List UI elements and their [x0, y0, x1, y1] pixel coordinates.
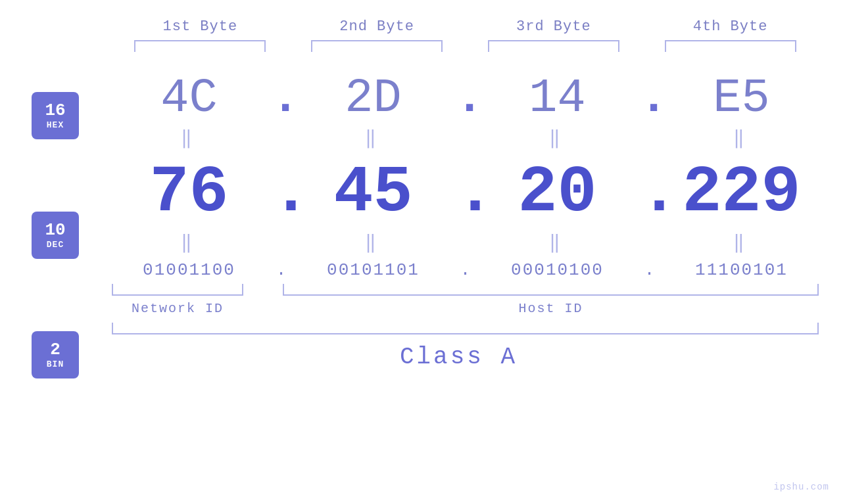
- bottom-brackets-row: [92, 284, 825, 296]
- byte-header-4: 4th Byte: [658, 18, 803, 35]
- eq-b-3: ‖: [485, 231, 630, 254]
- host-id-label: Host ID: [283, 301, 819, 316]
- byte-header-2: 2nd Byte: [304, 18, 449, 35]
- content-area: 1st Byte 2nd Byte 3rd Byte 4th Byte 4C .…: [92, 0, 825, 504]
- hex-byte-3: 14: [485, 72, 630, 126]
- bin-dot-2: .: [456, 260, 475, 280]
- dec-badge: 10 DEC: [32, 212, 79, 259]
- main-container: 16 HEX 10 DEC 2 BIN 1st Byte 2nd Byte 3r…: [0, 0, 845, 504]
- dec-byte-3: 20: [485, 156, 630, 230]
- bin-byte-2: 00101101: [301, 260, 446, 280]
- top-bracket-3: [488, 40, 619, 52]
- network-id-label: Network ID: [112, 301, 243, 316]
- dec-byte-4: 229: [669, 156, 814, 230]
- hex-dec-equals-row: ‖ ‖ ‖ ‖: [92, 127, 825, 149]
- eq-1: ‖: [117, 127, 262, 149]
- eq-b-4: ‖: [669, 231, 814, 254]
- dec-badge-label: DEC: [47, 240, 64, 250]
- eq-4: ‖: [669, 127, 814, 149]
- hex-badge-num: 16: [45, 101, 65, 120]
- bin-badge-num: 2: [50, 340, 60, 359]
- watermark: ipshu.com: [773, 482, 829, 492]
- dec-badge-num: 10: [45, 221, 65, 240]
- dec-bin-equals-row: ‖ ‖ ‖ ‖: [92, 231, 825, 254]
- badges-column: 16 HEX 10 DEC 2 BIN: [32, 92, 79, 378]
- bin-byte-3: 00010100: [485, 260, 630, 280]
- top-bracket-2: [311, 40, 443, 52]
- hex-byte-2: 2D: [301, 72, 446, 126]
- hex-byte-4: E5: [669, 72, 814, 126]
- bin-dot-1: .: [272, 260, 291, 280]
- top-bracket-4: [665, 40, 796, 52]
- hex-dot-2: .: [456, 72, 475, 126]
- byte-headers-row: 1st Byte 2nd Byte 3rd Byte 4th Byte: [92, 0, 825, 35]
- hex-byte-1: 4C: [117, 72, 262, 126]
- bin-byte-4: 11100101: [669, 260, 814, 280]
- dec-byte-1: 76: [117, 156, 262, 230]
- hex-badge: 16 HEX: [32, 92, 79, 139]
- class-bracket: [112, 323, 819, 334]
- bin-badge-label: BIN: [47, 359, 64, 369]
- byte-header-1: 1st Byte: [128, 18, 272, 35]
- network-bracket: [112, 284, 243, 296]
- hex-badge-label: HEX: [47, 120, 64, 130]
- bin-byte-1: 01001100: [117, 260, 262, 280]
- top-bracket-1: [134, 40, 266, 52]
- class-label: Class A: [92, 344, 825, 371]
- eq-b-2: ‖: [301, 231, 446, 254]
- hex-dot-1: .: [272, 72, 291, 126]
- eq-b-1: ‖: [117, 231, 262, 254]
- bin-row: 01001100 . 00101101 . 00010100 . 1110010…: [92, 260, 825, 280]
- byte-header-3: 3rd Byte: [481, 18, 626, 35]
- dec-dot-1: .: [272, 156, 291, 230]
- hex-dot-3: .: [640, 72, 660, 126]
- dec-dot-2: .: [456, 156, 475, 230]
- id-labels-row: Network ID Host ID: [92, 301, 825, 316]
- eq-3: ‖: [485, 127, 630, 149]
- host-bracket: [283, 284, 819, 296]
- dec-row: 76 . 45 . 20 . 229: [92, 156, 825, 230]
- top-brackets-row: [92, 40, 825, 52]
- bin-badge: 2 BIN: [32, 331, 79, 378]
- bin-dot-3: .: [640, 260, 660, 280]
- hex-row: 4C . 2D . 14 . E5: [92, 72, 825, 126]
- dec-byte-2: 45: [301, 156, 446, 230]
- eq-2: ‖: [301, 127, 446, 149]
- dec-dot-3: .: [640, 156, 660, 230]
